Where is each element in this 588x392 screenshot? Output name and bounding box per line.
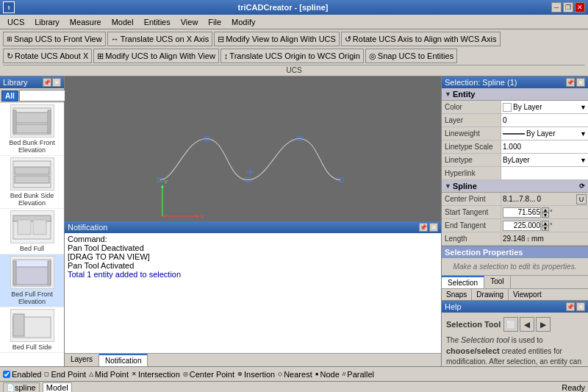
selection-tab[interactable]: Selection [442, 276, 484, 288]
library-all-button[interactable]: All [1, 90, 18, 101]
spline-tab[interactable]: 📄 spline [3, 382, 40, 393]
end-tangent-down-button[interactable]: ▼ [542, 226, 549, 231]
snap-node: ● Node [315, 370, 340, 379]
menu-measure[interactable]: Measure [65, 16, 106, 28]
notif-command-label: Command: [68, 235, 438, 243]
notification-tab[interactable]: Notification [99, 354, 148, 366]
menu-ucs[interactable]: UCS [3, 16, 29, 28]
snaps-tab[interactable]: Snaps [442, 289, 472, 300]
spline-refresh-icon[interactable]: ⟳ [579, 182, 585, 190]
notif-msg-4: Total 1 entity added to selection [68, 270, 438, 279]
spline-canvas: X Y [65, 76, 441, 221]
menu-file[interactable]: File [204, 16, 226, 28]
svg-rect-7 [15, 176, 49, 183]
library-header: Library 📌 ✕ [0, 76, 64, 88]
translate-origin-icon: ↕ [224, 51, 229, 60]
center-point-row: Center Point 8.1...7.8... 0 U [442, 193, 588, 206]
help-pin-button[interactable]: 📌 [566, 302, 575, 311]
midpoint-icon: △ [89, 371, 93, 377]
length-unit: mm [531, 235, 544, 243]
minimize-button[interactable]: ─ [551, 2, 562, 13]
svg-rect-13 [15, 267, 49, 285]
snap-endpoint: ◻ End Point [44, 370, 86, 379]
length-row: Length 29.148 ↕ mm [442, 232, 588, 246]
sel-pin-button[interactable]: 📌 [566, 78, 575, 87]
drawing-tab[interactable]: Drawing [472, 289, 509, 300]
help-icon-3[interactable]: ▶ [536, 317, 551, 332]
canvas-area[interactable]: X Y [65, 76, 441, 221]
bed-bunk-side-label: Bed Bunk Side Elevation [1, 192, 62, 207]
insertion-icon: ⊕ [237, 371, 243, 377]
selection-panel-title: Selection: Spline (1) [445, 78, 517, 87]
linetype-dropdown-icon[interactable]: ▼ [580, 157, 587, 164]
bed-full-front-img [10, 256, 54, 289]
snap-enabled-check[interactable] [3, 371, 10, 378]
bed-full-label: Bed Full [1, 245, 62, 252]
sel-subtabs: Snaps Drawing Viewport [442, 288, 588, 300]
color-dropdown-icon[interactable]: ▼ [580, 104, 587, 111]
bed-full-img [10, 210, 54, 243]
entity-section-label: Entity [453, 90, 476, 99]
menu-library[interactable]: Library [30, 16, 64, 28]
restore-button[interactable]: ❐ [563, 2, 573, 13]
hyperlink-row: Hyperlink [442, 167, 588, 180]
library-title: Library [3, 78, 28, 87]
end-tangent-input[interactable] [503, 221, 541, 231]
snap-intersection-label: Intersection [138, 370, 180, 379]
modify-view-align-button[interactable]: ⊟ Modify View to Align With UCS [214, 32, 340, 46]
tool-tab[interactable]: Tool [484, 276, 510, 288]
snap-midpoint: △ Mid Point [89, 370, 129, 379]
list-item[interactable]: Bed Full Front Elevation [0, 254, 64, 307]
start-tangent-input[interactable] [503, 207, 541, 218]
hyperlink-input[interactable] [501, 167, 588, 179]
linetype-scale-row: Linetype Scale [442, 140, 588, 154]
center-point-edit-button[interactable]: U [576, 194, 587, 204]
layers-tab[interactable]: Layers [65, 354, 99, 366]
help-italic-1: Selection tool [461, 335, 509, 344]
rotate-ucs-align-wcs-button[interactable]: ↺ Rotate UCS Axis to Align with WCS Axis [341, 32, 501, 46]
menu-view[interactable]: View [176, 16, 203, 28]
translate-ucs-x-button[interactable]: ↔ Translate UCS on X Axis [107, 32, 213, 46]
help-tool-title: Selection Tool ⬜ ◀ ▶ [446, 317, 584, 332]
linetype-scale-input[interactable] [501, 140, 588, 153]
notif-close-button[interactable]: ✕ [429, 223, 438, 232]
start-tangent-up-button[interactable]: ▲ [542, 207, 549, 213]
svg-rect-17 [13, 314, 24, 336]
hyperlink-label: Hyperlink [442, 168, 501, 178]
help-icon-2[interactable]: ◀ [520, 317, 534, 332]
layer-input[interactable] [501, 114, 588, 126]
snap-ucs-entities-button[interactable]: ◎ Snap UCS to Entities [365, 49, 457, 63]
list-item[interactable]: Bed Full Side [0, 307, 64, 353]
library-pin-button[interactable]: 📌 [43, 78, 51, 87]
list-item[interactable]: Bed Bunk Front Elevation [0, 103, 64, 156]
color-label: Color [442, 102, 501, 112]
start-tangent-down-button[interactable]: ▼ [542, 213, 549, 218]
model-tab[interactable]: Model [43, 382, 72, 393]
endpoint-icon: ◻ [44, 371, 49, 377]
sel-close-button[interactable]: ✕ [576, 78, 585, 87]
help-bold-1: choose/select [446, 346, 500, 355]
close-button[interactable]: ✕ [575, 2, 585, 13]
end-tangent-up-button[interactable]: ▲ [542, 221, 549, 226]
svg-rect-6 [15, 167, 49, 174]
lineweight-dropdown-icon[interactable]: ▼ [580, 130, 587, 138]
library-close-button[interactable]: ✕ [52, 78, 61, 87]
notif-msg-2: [DRAG TO PAN VIEW] [68, 252, 438, 261]
menu-entities[interactable]: Entities [140, 16, 175, 28]
list-item[interactable]: Bed Bunk Side Elevation [0, 156, 64, 209]
spline-section-header: ▼ Spline ⟳ [442, 180, 588, 193]
help-close-button[interactable]: ✕ [576, 302, 585, 311]
menu-model[interactable]: Model [107, 16, 138, 28]
notif-pin-button[interactable]: 📌 [419, 223, 428, 232]
parallel-icon: // [343, 371, 345, 377]
help-icon-1[interactable]: ⬜ [503, 317, 518, 332]
snap-ucs-front-button[interactable]: ⊞ Snap UCS to Front View [3, 32, 106, 46]
viewport-tab[interactable]: Viewport [509, 289, 546, 300]
list-item[interactable]: Bed Full [0, 209, 64, 254]
rotate-ucs-x-button[interactable]: ↻ Rotate UCS About X [3, 49, 92, 63]
modify-ucs-align-view-button[interactable]: ⊞ Modify UCS to Align With View [93, 49, 219, 63]
help-description: The Selection tool is used to choose/sel… [446, 335, 584, 366]
menu-modify[interactable]: Modify [227, 16, 259, 28]
translate-ucs-origin-button[interactable]: ↕ Translate UCS Origin to WCS Origin [220, 49, 364, 63]
notification-title: Notification [68, 223, 107, 232]
